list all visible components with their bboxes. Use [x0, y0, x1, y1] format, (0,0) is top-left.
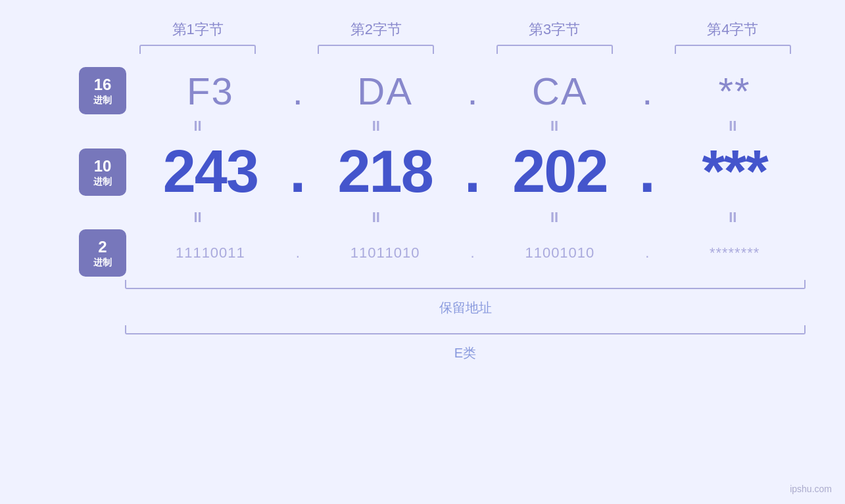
byte1-bracket-top [139, 45, 256, 54]
watermark: ipshu.com [790, 484, 832, 494]
binary-badge-unit: 进制 [93, 257, 112, 268]
binary-sep3: . [631, 244, 664, 262]
byte4-label: 第4字节 [707, 20, 758, 39]
hex-badge-unit: 进制 [93, 95, 112, 106]
decimal-badge-unit: 进制 [93, 176, 112, 187]
reserved-label: 保留地址 [125, 296, 806, 320]
hex-b4-cell: ** [664, 69, 806, 113]
hex-sep1: . [281, 69, 314, 113]
binary-row: 2 进制 11110011 . 11011010 . 11001010 . [39, 229, 806, 277]
main-container: 第1字节 第2字节 第3字节 第4字节 16 进制 F3 . [0, 0, 845, 504]
hex-b3: CA [532, 69, 588, 113]
binary-badge-num: 2 [98, 238, 107, 257]
eq5-cell: II [125, 209, 270, 226]
hex-sep2: . [456, 69, 489, 113]
hex-b4: ** [719, 69, 751, 113]
hex-b3-cell: CA [489, 69, 631, 113]
byte1-label: 第1字节 [172, 20, 224, 39]
decimal-b3-cell: 202 [489, 138, 631, 206]
byte2-bracket-top [318, 45, 434, 54]
byte3-col: 第3字节 [482, 20, 627, 54]
decimal-row: 10 进制 243 . 218 . 202 . *** [39, 138, 806, 206]
binary-b2-cell: 11011010 [314, 244, 456, 262]
hex-sep3: . [631, 69, 664, 113]
hex-b2: DA [357, 69, 413, 113]
reserved-bracket-bottom [125, 280, 806, 289]
hex-badge-num: 16 [94, 76, 112, 95]
decimal-b1: 243 [163, 138, 258, 206]
binary-b1: 11110011 [176, 244, 245, 262]
byte3-bracket-top [496, 45, 613, 54]
byte2-label: 第2字节 [350, 20, 402, 39]
byte2-col: 第2字节 [303, 20, 448, 54]
eq4-cell: II [660, 118, 806, 135]
decimal-cells: 243 . 218 . 202 . *** [139, 138, 806, 206]
decimal-b2: 218 [338, 138, 433, 206]
eq1-cell: II [125, 118, 270, 135]
hex-cells: F3 . DA . CA . ** [139, 69, 806, 113]
decimal-sep1: . [281, 138, 314, 206]
decimal-badge: 10 进制 [79, 149, 126, 196]
binary-b4-cell: ******** [664, 244, 806, 262]
decimal-sep2: . [456, 138, 489, 206]
binary-b2: 11011010 [350, 244, 420, 262]
binary-b3-cell: 11001010 [489, 244, 631, 262]
binary-sep2: . [456, 244, 489, 262]
eq7-cell: II [482, 209, 627, 226]
decimal-sep3: . [631, 138, 664, 206]
binary-b3: 11001010 [525, 244, 594, 262]
binary-b4: ******** [710, 244, 760, 262]
binary-badge: 2 进制 [79, 229, 126, 277]
header-row: 第1字节 第2字节 第3字节 第4字节 [39, 20, 806, 54]
hex-b1: F3 [187, 69, 234, 113]
class-bracket-bottom [125, 325, 806, 334]
eq6-cell: II [303, 209, 448, 226]
byte1-col: 第1字节 [125, 20, 270, 54]
hex-row: 16 进制 F3 . DA . CA . ** [39, 67, 806, 114]
decimal-b3: 202 [512, 138, 607, 206]
eq3-cell: II [482, 118, 627, 135]
hex-b1-cell: F3 [139, 69, 281, 113]
byte3-label: 第3字节 [529, 20, 580, 39]
binary-b1-cell: 11110011 [139, 244, 281, 262]
binary-sep1: . [281, 244, 314, 262]
decimal-b2-cell: 218 [314, 138, 456, 206]
equals-row-1: II II II II [39, 118, 806, 135]
eq8-cell: II [660, 209, 806, 226]
hex-b2-cell: DA [314, 69, 456, 113]
bottom-section: 保留地址 E类 [125, 280, 806, 365]
decimal-badge-num: 10 [94, 157, 112, 176]
eq2-cell: II [303, 118, 448, 135]
decimal-b4: *** [702, 138, 767, 206]
hex-badge: 16 进制 [79, 67, 126, 114]
equals-row-2: II II II II [39, 209, 806, 226]
byte4-bracket-top [675, 45, 791, 54]
decimal-b4-cell: *** [664, 138, 806, 206]
class-label: E类 [125, 341, 806, 365]
binary-cells: 11110011 . 11011010 . 11001010 . *******… [139, 244, 806, 262]
decimal-b1-cell: 243 [139, 138, 281, 206]
byte4-col: 第4字节 [660, 20, 806, 54]
